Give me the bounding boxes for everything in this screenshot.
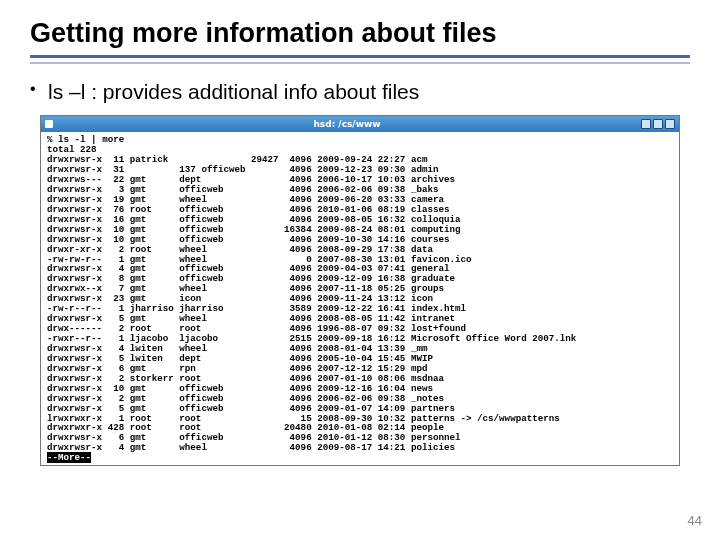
rule-secondary <box>30 62 690 64</box>
close-icon <box>665 119 675 129</box>
maximize-icon <box>653 119 663 129</box>
page-number: 44 <box>688 513 702 528</box>
rule-primary <box>30 55 690 58</box>
terminal-window: hsd: /cs/www % ls -l | more total 228 dr… <box>40 115 680 466</box>
window-icon <box>45 120 53 128</box>
terminal-title: hsd: /cs/www <box>53 119 641 129</box>
more-prompt: --More-- <box>47 452 91 463</box>
minimize-icon <box>641 119 651 129</box>
terminal-body: % ls -l | more total 228 drwxrwsr-x 11 p… <box>41 132 679 465</box>
bullet-list: ls –l : provides additional info about f… <box>30 78 690 105</box>
terminal-titlebar: hsd: /cs/www <box>41 116 679 132</box>
page-title: Getting more information about files <box>30 18 690 49</box>
bullet-item: ls –l : provides additional info about f… <box>30 78 690 105</box>
